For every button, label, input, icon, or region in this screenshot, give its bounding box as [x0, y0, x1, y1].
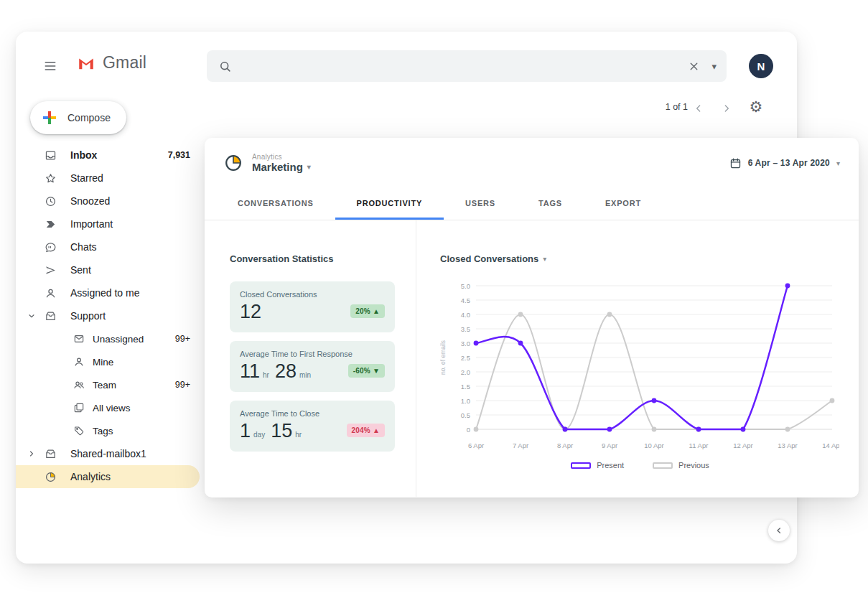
svg-text:4.0: 4.0 — [461, 311, 470, 319]
sidebar-item-unassigned[interactable]: Unassigned 99+ — [16, 327, 200, 350]
search-input[interactable] — [241, 60, 688, 73]
team-count: 99+ — [175, 380, 190, 390]
compose-plus-icon — [41, 109, 58, 126]
person-icon — [44, 286, 57, 299]
inbox-icon — [44, 149, 57, 162]
svg-text:1.0: 1.0 — [461, 397, 470, 405]
chat-bubble-icon — [44, 240, 57, 253]
analytics-panel: Analytics Marketing ▾ 6 Apr – 13 Apr 202… — [205, 138, 859, 497]
svg-text:8 Apr: 8 Apr — [557, 442, 573, 449]
svg-text:12 Apr: 12 Apr — [733, 442, 752, 449]
analytics-app-label: Analytics — [252, 153, 311, 161]
sidebar-item-snoozed[interactable]: Snoozed — [16, 190, 200, 212]
tab-productivity[interactable]: PRODUCTIVITY — [335, 188, 444, 220]
chevron-down-icon[interactable] — [26, 310, 37, 322]
important-marker-icon — [44, 218, 57, 230]
legend-item-previous: Previous — [653, 461, 709, 469]
search-options-caret-icon[interactable]: ▾ — [711, 61, 717, 72]
mailbox-selector[interactable]: Analytics Marketing ▾ — [223, 153, 311, 173]
send-icon — [44, 263, 57, 276]
sidebar-item-important[interactable]: Important — [16, 212, 200, 235]
collapse-chevron-button[interactable] — [768, 520, 790, 541]
tab-export[interactable]: EXPORT — [584, 188, 663, 220]
svg-text:no. of emails: no. of emails — [440, 340, 447, 375]
star-icon — [44, 172, 57, 184]
tab-users[interactable]: USERS — [444, 188, 517, 220]
avatar-letter: N — [757, 60, 765, 73]
svg-text:2.5: 2.5 — [461, 354, 470, 362]
svg-text:10 Apr: 10 Apr — [644, 442, 663, 449]
trend-badge: 20% ▲ — [350, 304, 385, 317]
svg-text:11 Apr: 11 Apr — [689, 442, 709, 449]
svg-text:3.5: 3.5 — [461, 325, 470, 333]
legend-swatch — [653, 462, 673, 469]
analytics-body: Conversation Statistics Closed Conversat… — [205, 220, 859, 497]
search-icon — [218, 60, 232, 73]
tab-tags[interactable]: TAGS — [517, 188, 584, 220]
chevron-right-icon[interactable] — [26, 448, 37, 459]
sidebar-item-support[interactable]: Support — [16, 304, 200, 327]
sidebar-item-shared-mailbox1[interactable]: Shared-mailbox1 — [16, 442, 200, 465]
sidebar-item-mine[interactable]: Mine — [16, 350, 200, 373]
sidebar-item-all-views[interactable]: All views — [16, 396, 200, 419]
svg-text:5.0: 5.0 — [461, 282, 470, 290]
date-range-label: 6 Apr – 13 Apr 2020 — [748, 158, 830, 168]
sidebar-nav: Inbox 7,931 Starred Snoozed — [16, 144, 200, 488]
older-page-button[interactable] — [717, 99, 736, 118]
newer-page-button[interactable] — [689, 99, 708, 118]
stat-card-avg-time-to-close: Average Time to Close 1 day 15 hr 204% ▲ — [230, 401, 395, 452]
account-avatar[interactable]: N — [749, 54, 773, 78]
clock-icon — [44, 195, 57, 207]
page: Gmail ▾ N 1 of 1 ⚙ — [0, 0, 868, 598]
settings-gear-icon[interactable]: ⚙ — [746, 97, 766, 117]
svg-text:14 Apr: 14 Apr — [822, 442, 839, 449]
analytics-pie-icon — [223, 153, 243, 173]
envelope-icon — [73, 332, 85, 345]
inbox-count: 7,931 — [168, 150, 190, 160]
search-clear-icon[interactable] — [688, 60, 700, 73]
date-range-selector[interactable]: 6 Apr – 13 Apr 2020 ▾ — [729, 157, 840, 169]
tab-conversations[interactable]: CONVERSATIONS — [216, 188, 335, 220]
stat-card-avg-first-response: Average Time to First Response 11 hr 28 … — [230, 341, 395, 392]
sidebar-item-assigned-to-me[interactable]: Assigned to me — [16, 281, 200, 304]
svg-text:4.5: 4.5 — [461, 296, 470, 304]
sidebar-item-starred[interactable]: Starred — [16, 167, 200, 190]
sidebar-item-tags[interactable]: Tags — [16, 419, 200, 442]
legend-swatch — [571, 462, 591, 469]
chart-metric-selector[interactable]: Closed Conversations ▾ — [440, 253, 840, 264]
hamburger-menu-icon[interactable] — [40, 56, 60, 76]
sidebar-item-analytics[interactable]: Analytics — [16, 465, 200, 488]
stat-value: 12 — [240, 301, 261, 323]
svg-text:1.5: 1.5 — [461, 383, 470, 391]
analytics-tabs: CONVERSATIONS PRODUCTIVITY USERS TAGS EX… — [205, 188, 859, 220]
tag-icon — [73, 424, 85, 437]
svg-text:0: 0 — [467, 426, 470, 434]
search-bar[interactable]: ▾ — [207, 50, 727, 82]
calendar-icon — [729, 157, 742, 169]
svg-text:9 Apr: 9 Apr — [602, 442, 617, 449]
closed-conversations-line-chart: 00.51.01.52.02.53.03.54.04.55.06 Apr7 Ap… — [440, 277, 839, 454]
sidebar-item-chats[interactable]: Chats — [16, 235, 200, 258]
trend-badge: 204% ▲ — [347, 423, 385, 436]
compose-button[interactable]: Compose — [30, 101, 126, 134]
gmail-logo-text: Gmail — [103, 53, 146, 73]
svg-text:6 Apr: 6 Apr — [468, 442, 484, 449]
sidebar-item-team[interactable]: Team 99+ — [16, 373, 200, 396]
chart-section: Closed Conversations ▾ 00.51.01.52.02.53… — [416, 220, 859, 497]
shared-mailbox-icon — [44, 447, 57, 460]
conversation-statistics-section: Conversation Statistics Closed Conversat… — [205, 220, 416, 497]
chevron-down-icon: ▾ — [307, 163, 311, 171]
trend-badge: -60% ▼ — [348, 363, 385, 377]
compose-label: Compose — [67, 112, 111, 123]
person-icon — [73, 355, 85, 368]
gmail-logo: Gmail — [75, 53, 146, 73]
svg-text:7 Apr: 7 Apr — [513, 442, 528, 449]
sidebar-item-inbox[interactable]: Inbox 7,931 — [16, 144, 200, 167]
analytics-header: Analytics Marketing ▾ 6 Apr – 13 Apr 202… — [205, 138, 859, 188]
sidebar-item-sent[interactable]: Sent — [16, 258, 200, 281]
chart-legend: PresentPrevious — [440, 461, 840, 469]
svg-text:2.0: 2.0 — [461, 368, 470, 376]
chevron-down-icon: ▾ — [543, 255, 546, 263]
stacked-views-icon — [73, 401, 85, 414]
mailbox-name: Marketing — [252, 161, 303, 173]
